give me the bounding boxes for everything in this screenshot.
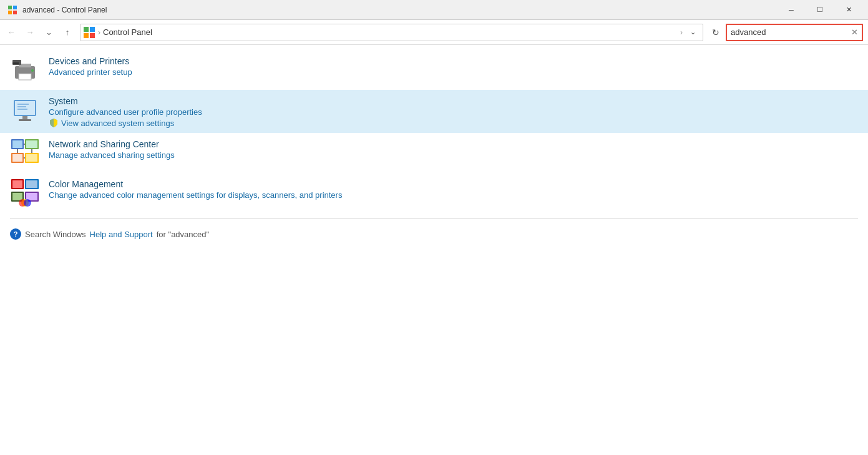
content-area: Devices and Printers Advanced printer se… (0, 45, 868, 455)
address-bar[interactable]: › Control Panel › ⌄ (80, 24, 703, 41)
svg-rect-22 (12, 140, 22, 148)
system-icon (10, 95, 40, 125)
nav-bar: ← → ⌄ ↑ › Control Panel › ⌄ ↻ ✕ (0, 20, 868, 45)
search-input[interactable] (731, 27, 849, 37)
svg-rect-0 (8, 6, 12, 9)
svg-rect-7 (90, 33, 95, 38)
address-bar-icon (83, 26, 95, 39)
color-management-title[interactable]: Color Management (49, 179, 342, 189)
svg-rect-28 (26, 154, 37, 162)
svg-point-11 (31, 69, 34, 72)
search-box[interactable]: ✕ (726, 24, 863, 41)
section-divider (10, 218, 858, 218)
svg-rect-10 (19, 74, 31, 80)
refresh-icon: ↻ (712, 27, 719, 37)
svg-rect-4 (84, 27, 89, 32)
svg-point-43 (24, 199, 31, 207)
svg-rect-18 (17, 104, 29, 105)
svg-rect-34 (12, 180, 22, 188)
help-prefix: Search Windows (25, 230, 86, 239)
devices-printers-content: Devices and Printers Advanced printer se… (49, 55, 132, 77)
shield-icon (49, 118, 59, 128)
svg-rect-5 (90, 27, 95, 32)
svg-rect-38 (12, 193, 22, 200)
svg-rect-19 (17, 106, 26, 107)
up-icon: ↑ (66, 27, 70, 37)
address-separator-right: › (680, 28, 683, 37)
svg-rect-36 (26, 180, 37, 188)
svg-rect-20 (17, 109, 27, 110)
svg-rect-3 (13, 11, 17, 14)
svg-rect-15 (15, 101, 35, 115)
forward-button[interactable]: → (21, 24, 39, 41)
network-title[interactable]: Network and Sharing Center (49, 139, 175, 149)
dropdown-arrow-icon: ⌄ (46, 27, 52, 37)
forward-icon: → (26, 27, 34, 37)
devices-printers-icon (10, 55, 40, 85)
result-item-network[interactable]: Network and Sharing Center Manage advanc… (0, 133, 868, 173)
refresh-button[interactable]: ↻ (707, 24, 724, 41)
dropdown-recent-button[interactable]: ⌄ (40, 24, 57, 41)
result-item-system[interactable]: System Configure advanced user profile p… (0, 90, 868, 133)
system-subtitle1[interactable]: Configure advanced user profile properti… (49, 107, 202, 117)
help-icon: ? (10, 228, 21, 240)
help-suffix: for "advanced" (157, 230, 209, 239)
address-dropdown-button[interactable]: ⌄ (685, 25, 700, 40)
result-item-devices-printers[interactable]: Devices and Printers Advanced printer se… (0, 50, 868, 90)
network-content: Network and Sharing Center Manage advanc… (49, 138, 175, 160)
minimize-button[interactable]: ─ (777, 0, 806, 20)
system-content: System Configure advanced user profile p… (49, 95, 202, 128)
maximize-button[interactable]: ☐ (806, 0, 834, 20)
search-clear-button[interactable]: ✕ (851, 27, 858, 37)
up-button[interactable]: ↑ (59, 24, 76, 41)
system-subtitle2[interactable]: View advanced system settings (49, 118, 202, 128)
color-management-icon (10, 178, 40, 208)
svg-rect-26 (12, 154, 22, 162)
result-item-color-management[interactable]: Color Management Change advanced color m… (0, 173, 868, 213)
help-row: ? Search Windows Help and Support for "a… (0, 223, 868, 245)
devices-printers-subtitle1[interactable]: Advanced printer setup (49, 67, 132, 77)
network-subtitle1[interactable]: Manage advanced sharing settings (49, 150, 175, 160)
close-button[interactable]: ✕ (834, 0, 863, 20)
network-icon (10, 138, 40, 168)
svg-rect-2 (8, 11, 12, 14)
color-management-content: Color Management Change advanced color m… (49, 178, 342, 200)
address-text: Control Panel (103, 27, 678, 37)
svg-rect-24 (26, 140, 37, 148)
svg-rect-1 (13, 6, 17, 9)
svg-rect-6 (84, 33, 89, 38)
system-subtitle2-text: View advanced system settings (61, 119, 174, 128)
window-title: advanced - Control Panel (22, 6, 107, 14)
address-separator-left: › (98, 28, 100, 37)
back-button[interactable]: ← (2, 24, 20, 41)
svg-rect-13 (12, 62, 19, 64)
devices-printers-title[interactable]: Devices and Printers (49, 56, 132, 66)
svg-rect-17 (19, 119, 31, 121)
help-link[interactable]: Help and Support (90, 230, 153, 239)
title-bar-controls: ─ ☐ ✕ (777, 0, 863, 20)
back-icon: ← (7, 27, 16, 37)
title-bar: advanced - Control Panel ─ ☐ ✕ (0, 0, 868, 20)
system-title[interactable]: System (49, 96, 202, 106)
color-management-subtitle1[interactable]: Change advanced color management setting… (49, 190, 342, 200)
title-bar-left: advanced - Control Panel (7, 5, 107, 15)
window-icon (7, 5, 17, 15)
